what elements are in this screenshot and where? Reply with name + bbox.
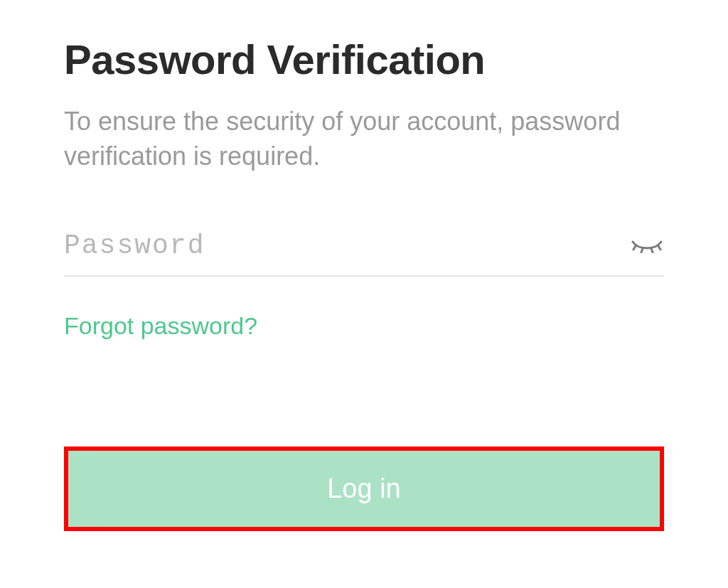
login-button[interactable]: Log in [68,451,660,527]
svg-line-0 [633,246,636,250]
svg-line-2 [651,248,653,252]
svg-line-1 [641,248,643,252]
password-row [64,230,664,277]
password-input[interactable] [64,230,630,261]
eye-closed-icon[interactable] [630,235,664,257]
page-subtitle: To ensure the security of your account, … [64,105,664,173]
page-title: Password Verification [64,36,664,83]
svg-line-3 [658,246,660,250]
forgot-password-link[interactable]: Forgot password? [64,312,257,340]
login-highlight-box: Log in [64,447,664,531]
